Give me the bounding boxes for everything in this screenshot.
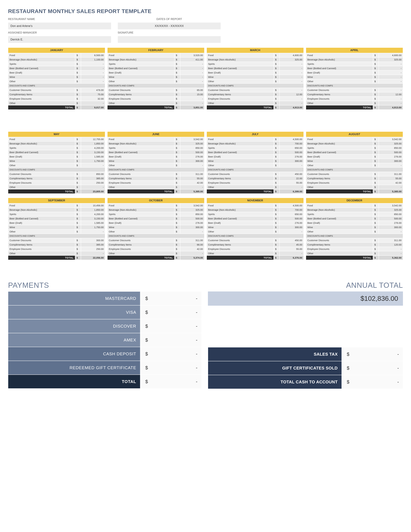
row-value[interactable]: 650.00 bbox=[280, 146, 304, 150]
row-value[interactable]: - bbox=[180, 79, 204, 84]
row-value[interactable]: - bbox=[180, 66, 204, 70]
row-value[interactable]: - bbox=[81, 75, 105, 79]
input-dates-of-report[interactable]: XX/XX/XX - XX/XX/XX bbox=[118, 22, 221, 29]
row-value[interactable]: - bbox=[379, 101, 403, 105]
row-value[interactable]: 3,150.00 bbox=[81, 216, 105, 221]
row-value[interactable]: - bbox=[280, 229, 304, 234]
row-value[interactable]: 4,500.00 bbox=[280, 137, 304, 141]
row-value[interactable]: - bbox=[81, 251, 105, 256]
payment-value[interactable]: - bbox=[153, 292, 201, 305]
row-value[interactable]: 476.00 bbox=[81, 88, 105, 92]
row-value[interactable]: - bbox=[379, 229, 403, 234]
row-value[interactable]: 850.00 bbox=[379, 146, 403, 150]
payment-value[interactable]: - bbox=[153, 333, 201, 347]
row-value[interactable]: 66.00 bbox=[180, 242, 204, 247]
row-value[interactable]: 1,850.00 bbox=[81, 141, 105, 146]
row-value[interactable]: 325.00 bbox=[180, 208, 204, 212]
row-value[interactable]: - bbox=[81, 79, 105, 84]
row-value[interactable]: 42.00 bbox=[180, 180, 204, 185]
row-value[interactable]: - bbox=[81, 70, 105, 75]
row-value[interactable]: 500.00 bbox=[180, 216, 204, 221]
row-value[interactable]: 42.00 bbox=[180, 247, 204, 251]
row-value[interactable]: - bbox=[280, 251, 304, 256]
row-value[interactable]: 55.00 bbox=[180, 176, 204, 180]
row-value[interactable]: - bbox=[379, 79, 403, 84]
summary-value[interactable]: - bbox=[355, 375, 403, 389]
row-value[interactable]: - bbox=[280, 163, 304, 168]
row-value[interactable]: 8,500.00 bbox=[81, 53, 105, 57]
row-value[interactable]: 300.00 bbox=[180, 159, 204, 163]
row-value[interactable]: 276.00 bbox=[379, 154, 403, 159]
row-value[interactable]: 450.00 bbox=[280, 172, 304, 176]
row-value[interactable]: - bbox=[81, 185, 105, 189]
row-value[interactable]: 1,100.00 bbox=[81, 57, 105, 62]
row-value[interactable]: 300.00 bbox=[280, 225, 304, 229]
row-value[interactable]: 325.00 bbox=[379, 208, 403, 212]
row-value[interactable]: 3,150.00 bbox=[81, 150, 105, 154]
row-value[interactable]: 12.00 bbox=[379, 92, 403, 96]
row-value[interactable]: - bbox=[180, 75, 204, 79]
summary-value[interactable]: - bbox=[355, 347, 403, 361]
row-value[interactable]: - bbox=[180, 163, 204, 168]
row-value[interactable]: 3,542.00 bbox=[180, 137, 204, 141]
row-value[interactable]: - bbox=[379, 247, 403, 251]
payment-value[interactable]: - bbox=[153, 319, 201, 333]
row-value[interactable]: - bbox=[81, 163, 105, 168]
row-value[interactable]: 55.00 bbox=[379, 176, 403, 180]
row-value[interactable]: 276.00 bbox=[180, 221, 204, 225]
payment-value[interactable]: - bbox=[153, 375, 201, 388]
row-value[interactable]: - bbox=[180, 251, 204, 256]
row-value[interactable]: - bbox=[379, 66, 403, 70]
row-value[interactable]: 250.00 bbox=[81, 247, 105, 251]
row-value[interactable]: 3,542.00 bbox=[379, 203, 403, 208]
row-value[interactable]: 500.00 bbox=[379, 216, 403, 221]
row-value[interactable]: 75.00 bbox=[81, 92, 105, 96]
summary-value[interactable]: - bbox=[355, 361, 403, 375]
row-value[interactable]: 311.00 bbox=[180, 172, 204, 176]
row-value[interactable]: - bbox=[180, 185, 204, 189]
row-value[interactable]: 311.00 bbox=[180, 238, 204, 242]
row-value[interactable]: 276.00 bbox=[280, 154, 304, 159]
row-value[interactable]: - bbox=[280, 66, 304, 70]
row-value[interactable]: 850.00 bbox=[81, 172, 105, 176]
row-value[interactable]: 4,600.00 bbox=[379, 53, 403, 57]
row-value[interactable]: 1,585.00 bbox=[81, 221, 105, 225]
row-value[interactable]: 311.00 bbox=[379, 172, 403, 176]
row-value[interactable]: - bbox=[280, 101, 304, 105]
row-value[interactable]: 42.00 bbox=[379, 180, 403, 185]
row-value[interactable]: 55.00 bbox=[280, 180, 304, 185]
row-value[interactable]: 45.00 bbox=[280, 242, 304, 247]
row-value[interactable]: 55.00 bbox=[280, 247, 304, 251]
row-value[interactable]: - bbox=[180, 70, 204, 75]
row-value[interactable]: 32.00 bbox=[81, 96, 105, 101]
row-value[interactable]: - bbox=[379, 185, 403, 189]
row-value[interactable]: - bbox=[280, 62, 304, 66]
row-value[interactable]: 12,755.00 bbox=[81, 137, 105, 141]
input-assigned-manager[interactable]: Derrick E. bbox=[8, 36, 111, 43]
row-value[interactable]: - bbox=[180, 62, 204, 66]
input-restaurant-name[interactable]: Don and Arlene's bbox=[8, 22, 111, 29]
row-value[interactable]: 850.00 bbox=[180, 146, 204, 150]
row-value[interactable]: 1,750.00 bbox=[81, 159, 105, 163]
row-value[interactable]: - bbox=[81, 101, 105, 105]
row-value[interactable]: - bbox=[379, 163, 403, 168]
row-value[interactable]: 3,542.00 bbox=[379, 137, 403, 141]
row-value[interactable]: 276.00 bbox=[280, 221, 304, 225]
row-value[interactable]: 450.00 bbox=[280, 238, 304, 242]
row-value[interactable]: - bbox=[280, 75, 304, 79]
row-value[interactable]: 700.00 bbox=[280, 208, 304, 212]
row-value[interactable]: 500.00 bbox=[280, 150, 304, 154]
row-value[interactable]: 276.00 bbox=[379, 221, 403, 225]
row-value[interactable]: 300.00 bbox=[379, 159, 403, 163]
row-value[interactable]: - bbox=[81, 229, 105, 234]
row-value[interactable]: 10,456.00 bbox=[81, 203, 105, 208]
row-value[interactable]: - bbox=[379, 251, 403, 256]
row-value[interactable]: 22.00 bbox=[280, 176, 304, 180]
row-value[interactable]: 4,200.00 bbox=[81, 212, 105, 216]
row-value[interactable]: - bbox=[180, 229, 204, 234]
row-value[interactable]: - bbox=[180, 96, 204, 101]
row-value[interactable]: 385.00 bbox=[81, 242, 105, 247]
row-value[interactable]: 311.00 bbox=[379, 238, 403, 242]
row-value[interactable]: 300.00 bbox=[280, 159, 304, 163]
row-value[interactable]: 500.00 bbox=[379, 150, 403, 154]
